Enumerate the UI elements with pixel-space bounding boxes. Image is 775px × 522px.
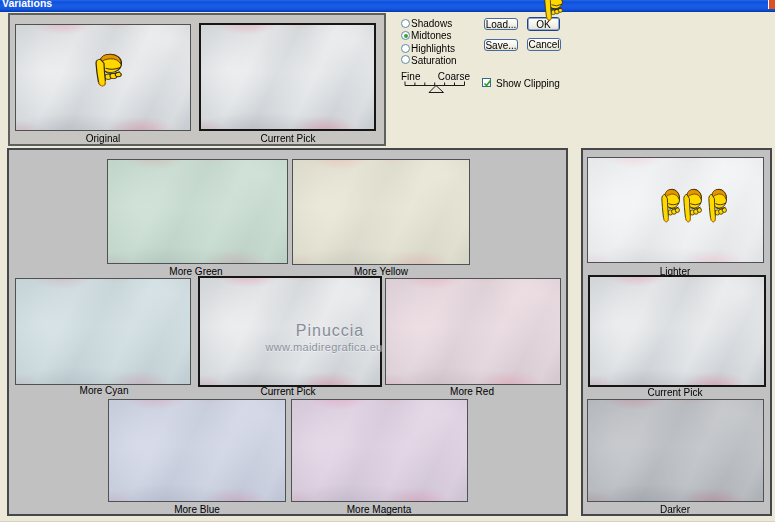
- svg-text:Coarse: Coarse: [438, 71, 471, 82]
- svg-text:Fine: Fine: [401, 71, 421, 82]
